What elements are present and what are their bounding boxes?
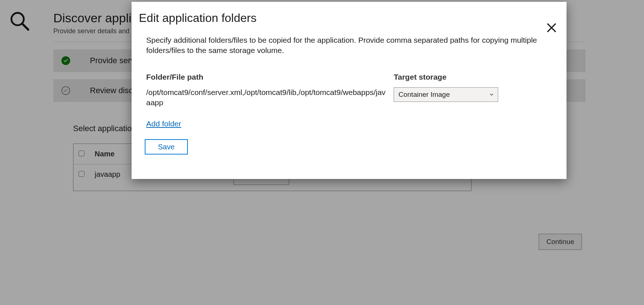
storage-label: Target storage — [394, 73, 503, 81]
folder-form-row: Folder/File path /opt/tomcat9/conf/serve… — [146, 73, 554, 108]
storage-selected-value: Container Image — [398, 91, 450, 99]
path-label: Folder/File path — [146, 73, 386, 81]
dialog-description: Specify additional folders/files to be c… — [146, 35, 537, 56]
add-folder-link[interactable]: Add folder — [146, 119, 181, 128]
target-storage-select[interactable]: Container Image — [394, 87, 498, 102]
save-button[interactable]: Save — [145, 139, 188, 155]
edit-folders-dialog: Edit application folders Specify additio… — [132, 2, 567, 179]
chevron-down-icon — [489, 92, 494, 97]
close-icon[interactable] — [545, 22, 558, 34]
path-value[interactable]: /opt/tomcat9/conf/server.xml,/opt/tomcat… — [146, 87, 386, 108]
dialog-title: Edit application folders — [139, 11, 554, 25]
